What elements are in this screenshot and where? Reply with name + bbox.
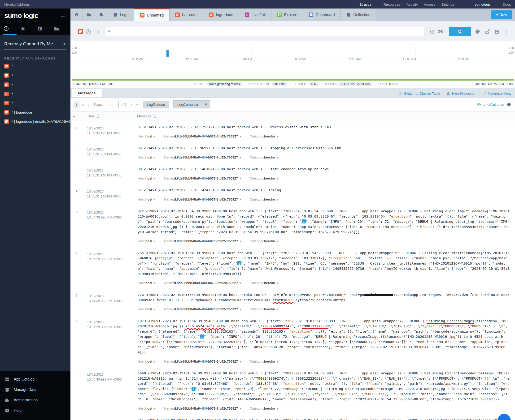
table-row[interactable]: 518/02/202310:54:39.998 PM -0300822 <190… xyxy=(70,205,515,247)
page-input[interactable] xyxy=(105,101,119,108)
last-page-icon[interactable]: » xyxy=(135,102,138,107)
library-folder-icon[interactable] xyxy=(54,26,67,35)
histogram-bar[interactable] xyxy=(184,57,187,57)
meta-category-dropdown[interactable]: Category:heroku▼ xyxy=(250,239,279,243)
table-settings-gear-icon[interactable] xyxy=(507,102,511,106)
recent-search-item[interactable]: * xyxy=(0,62,70,71)
meta-name-dropdown[interactable]: Name:d.8de86bb8-8fa9-4f4f-b073-8fc62c766… xyxy=(164,360,242,363)
meta-host-dropdown[interactable]: Host:host▼ xyxy=(138,135,156,138)
meta-category-dropdown[interactable]: Category:heroku▼ xyxy=(250,135,279,138)
column-header-message[interactable]: Message xyxy=(134,112,515,121)
prev-page-icon[interactable]: ‹ xyxy=(87,102,89,107)
column-header-time[interactable]: Time xyxy=(84,112,134,121)
meta-name-dropdown[interactable]: Name:d.8de86bb8-8fa9-4f4f-b073-8fc62c766… xyxy=(164,307,242,311)
expand-pane-icon[interactable]: ❯ xyxy=(73,101,80,108)
switch-classic-table-link[interactable]: Switch to Classic Table xyxy=(399,91,440,95)
sidebar-item-administration[interactable]: Administration xyxy=(0,395,70,405)
recent-search-item[interactable]: * xyxy=(0,71,70,80)
histogram-bar[interactable] xyxy=(167,50,169,57)
recent-filter-select[interactable]: Recently Opened By Me ▼ xyxy=(4,41,66,50)
meta-name-dropdown[interactable]: Name:d.8de86bb8-8fa9-4f4f-b073-8fc62c766… xyxy=(164,176,242,180)
table-row[interactable]: 218/02/202311:55:31.969 PM -030096 <134>… xyxy=(70,142,515,163)
meta-category-dropdown[interactable]: Category:heroku▼ xyxy=(250,406,279,410)
sidebar-item-help[interactable]: ?Help xyxy=(0,405,70,416)
table-row[interactable]: 118/02/202311:55:32.175 PM -030091 <134>… xyxy=(70,121,515,142)
recent-search-item[interactable]: * xyxy=(0,80,70,89)
recent-search-item[interactable]: * | logreduce xyxy=(0,108,70,117)
tab-explore[interactable]: Explore xyxy=(271,8,303,21)
search-query-input[interactable]: * xyxy=(105,27,425,36)
column-header-num[interactable]: # xyxy=(70,112,84,121)
account-menu[interactable]: Stracca xyxy=(359,2,371,6)
meta-host-dropdown[interactable]: Host:host▼ xyxy=(138,176,156,180)
sidebar-item-manage-data[interactable]: Manage Data xyxy=(0,385,70,395)
logreduce-button[interactable]: LogReduce xyxy=(143,101,169,108)
meta-host-dropdown[interactable]: Host:host▼ xyxy=(138,307,156,311)
home-icon[interactable] xyxy=(70,8,83,21)
logcompare-dropdown-icon[interactable]: ∨ xyxy=(202,101,210,108)
tab-messages[interactable]: Messages xyxy=(72,89,102,97)
topbar-link-resources[interactable]: Resources xyxy=(384,2,400,6)
meta-host-dropdown[interactable]: Host:host▼ xyxy=(138,281,156,285)
copy-column-icon[interactable] xyxy=(97,114,100,118)
meta-name-dropdown[interactable]: Name:d.8de86bb8-8fa9-4f4f-b073-8fc62c766… xyxy=(164,406,242,410)
table-row[interactable]: 718/02/202310:54:39.998 PM -0300276 <158… xyxy=(70,289,515,315)
share-icon[interactable] xyxy=(485,29,490,34)
topbar-link-access[interactable]: Access xyxy=(424,2,435,6)
meta-category-dropdown[interactable]: Category:heroku▼ xyxy=(250,281,279,285)
logcompare-button[interactable]: LogCompare ∨ xyxy=(173,100,210,108)
settings-gear-icon[interactable] xyxy=(475,29,480,34)
table-row[interactable]: 418/02/202311:55:31.142 PM -030067 <134>… xyxy=(70,184,515,205)
meta-name-dropdown[interactable]: Name:d.8de86bb8-8fa9-4f4f-b073-8fc62c766… xyxy=(164,239,242,243)
maximize-view-link[interactable]: Maximize View xyxy=(482,91,511,95)
tab-collection[interactable]: Collection xyxy=(341,8,376,21)
history-icon[interactable] xyxy=(86,29,91,35)
meta-category-dropdown[interactable]: Category:heroku▼ xyxy=(250,197,279,201)
topbar-link-settings[interactable]: Settings xyxy=(441,2,454,6)
copy-column-icon[interactable] xyxy=(154,114,156,118)
recent-icon[interactable] xyxy=(3,26,16,35)
tab-unnamed[interactable]: Unnamed xyxy=(134,8,170,21)
new-button[interactable]: + New xyxy=(491,10,512,19)
topbar-link-docs[interactable]: Docs xyxy=(503,2,511,6)
expand-collapse-link[interactable]: Expand/Collapse xyxy=(477,103,504,106)
next-page-icon[interactable]: › xyxy=(131,102,132,107)
results-histogram[interactable]: 200200100100 9:00 PM12:00 AM3:00 AM6:00 … xyxy=(72,43,514,71)
recent-search-item[interactable]: * xyxy=(0,89,70,98)
meta-host-dropdown[interactable]: Host:host▼ xyxy=(138,155,156,159)
table-row[interactable]: 818/02/202310:54:39.994 PM -03001073 <19… xyxy=(70,315,515,367)
table-row[interactable]: 318/02/202311:55:31.146 PM -030090 <134>… xyxy=(70,163,515,184)
brand-menu[interactable]: sumologic xyxy=(475,2,491,6)
meta-name-dropdown[interactable]: Name:d.8de86bb8-8fa9-4f4f-b073-8fc62c766… xyxy=(164,197,242,201)
folder-icon[interactable] xyxy=(83,8,95,21)
meta-category-dropdown[interactable]: Category:heroku▼ xyxy=(250,307,279,311)
sidebar-item-app-catalog[interactable]: App Catalog xyxy=(0,374,70,385)
tab-logreduce[interactable]: logreduce xyxy=(203,8,239,21)
kebab-menu-icon[interactable]: ⋮ xyxy=(504,29,509,35)
time-range-picker[interactable]: -24h xyxy=(430,29,445,34)
meta-host-dropdown[interactable]: Host:host▼ xyxy=(138,406,156,410)
first-page-icon[interactable]: « xyxy=(82,102,84,107)
meta-category-dropdown[interactable]: Category:heroku▼ xyxy=(250,176,279,180)
meta-host-dropdown[interactable]: Host:host▼ xyxy=(138,239,156,243)
favorites-icon[interactable] xyxy=(20,26,33,35)
meta-category-dropdown[interactable]: Category:heroku▼ xyxy=(250,155,279,159)
bell-icon[interactable] xyxy=(95,8,107,21)
topbar-link-activity[interactable]: Activity xyxy=(407,2,418,6)
hide-histogram-link[interactable]: Hide Histogram xyxy=(446,91,476,95)
tab-bar-code[interactable]: bar-code xyxy=(169,8,203,21)
tab-logs[interactable]: Logs xyxy=(107,8,134,21)
collapse-sidebar-icon[interactable]: ← xyxy=(60,12,66,19)
table-row[interactable]: 1018/02/202310:54:39.541 PM -0300761 <19… xyxy=(70,414,515,420)
personal-folder-icon[interactable] xyxy=(37,26,50,35)
meta-category-dropdown[interactable]: Category:heroku▼ xyxy=(250,360,279,363)
meta-name-dropdown[interactable]: Name:d.8de86bb8-8fa9-4f4f-b073-8fc62c766… xyxy=(164,135,242,138)
meta-name-dropdown[interactable]: Name:d.8de86bb8-8fa9-4f4f-b073-8fc62c766… xyxy=(164,155,242,159)
meta-name-dropdown[interactable]: Name:d.8de86bb8-8fa9-4f4f-b073-8fc62c766… xyxy=(164,281,242,285)
recent-search-item[interactable]: * | logreduce | details 0xA762C25A9… xyxy=(0,117,70,126)
table-row[interactable]: 918/02/202310:54:39.993 PM -03001068 <19… xyxy=(70,367,515,414)
save-icon[interactable] xyxy=(494,29,500,34)
recent-search-item[interactable]: * xyxy=(0,98,70,108)
meta-host-dropdown[interactable]: Host:host▼ xyxy=(138,360,156,363)
tab-live-tail[interactable]: Live Tail xyxy=(239,8,271,21)
